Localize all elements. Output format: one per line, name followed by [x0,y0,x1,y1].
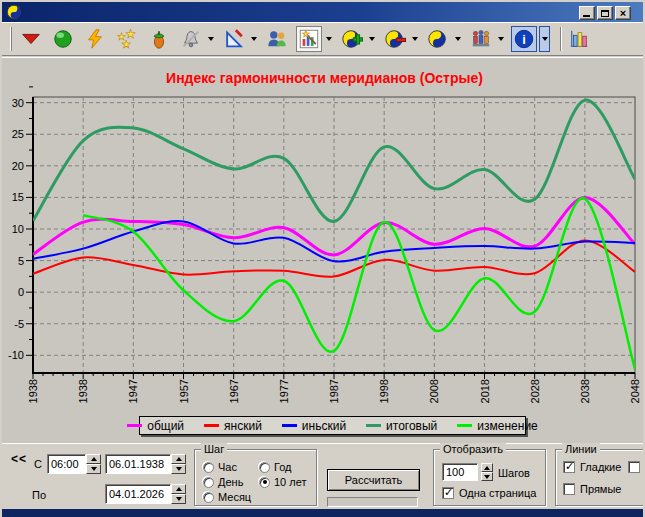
calculate-button[interactable]: Рассчитать [327,469,420,491]
toolbar-button-info-icon[interactable]: i [511,26,537,52]
radio-month[interactable]: Месяц [203,491,251,503]
toolbar-button-bar-chart-icon[interactable] [566,26,592,52]
svg-text:10: 10 [12,223,24,235]
toolbar-button-acorn-icon[interactable] [146,26,172,52]
svg-text:25: 25 [12,128,24,140]
dropdown-arrow-people-group-icon[interactable] [496,26,505,52]
dropdown-arrow-chart-wizard-icon[interactable] [324,26,333,52]
from-date-up-button[interactable] [171,454,186,464]
to-date-input[interactable]: 04.01.2026 [105,484,171,504]
app-window: × ★★★★i Индекс гармоничности меридианов … [0,0,645,517]
svg-text:i: i [522,32,526,47]
toolbar-button-people-group-icon[interactable] [468,26,494,52]
svg-text:-5: -5 [14,318,24,330]
legend-label: итоговый [386,419,437,433]
chart-canvas: 302520151050-5-1019381938194719571967197… [2,58,645,444]
one-page-checkbox[interactable]: Одна страница [442,487,536,499]
time-spinner[interactable]: 06:00 [47,454,101,474]
radio-day[interactable]: День [203,476,243,488]
svg-text:0: 0 [18,286,24,298]
legend-item: общий [127,419,184,433]
from-date-input[interactable]: 06.01.1938 [105,454,171,474]
svg-text:30: 30 [12,97,24,109]
toolbar-button-two-users-icon[interactable] [264,26,290,52]
time-up-button[interactable] [86,454,101,464]
radio-10-years[interactable]: 10 лет [259,476,307,488]
svg-text:1957: 1957 [178,379,190,403]
svg-text:2018: 2018 [479,379,491,403]
progress-bar [327,497,418,507]
svg-text:2048: 2048 [629,379,641,403]
display-group: Отобразить 100 Шагов Одна страница [433,449,546,506]
toolbar-button-set-square-icon[interactable] [221,26,247,52]
toolbar-button-yinyang-plus-icon[interactable] [339,26,365,52]
toolbar-button-red-triangle-down-icon[interactable] [18,26,44,52]
straight-lines-checkbox[interactable]: Прямые [563,483,621,495]
svg-text:5: 5 [18,255,24,267]
toolbar-button-chart-wizard-icon[interactable]: ★ [296,26,322,52]
steps-spinner[interactable]: 100 [442,463,493,481]
svg-text:15: 15 [12,191,24,203]
two-users-icon [266,28,288,50]
dropdown-arrow-yinyang-minus-icon[interactable] [410,26,419,52]
time-down-button[interactable] [86,464,101,474]
svg-text:1967: 1967 [228,379,240,403]
toolbar-button-stars-icon[interactable]: ★★★ [114,26,140,52]
dropdown-arrow-set-square-icon[interactable] [249,26,258,52]
dropdown-arrow-info-icon[interactable] [539,26,550,52]
steps-up-button[interactable] [481,463,493,472]
from-date-spinner[interactable]: 06.01.1938 [105,454,186,474]
yinyang-minus-icon [384,28,406,50]
rewind-button[interactable]: << [11,452,27,466]
toolbar-button-bell-icon[interactable] [178,26,204,52]
legend-swatch [127,424,142,427]
lightning-icon [84,28,106,50]
close-icon: × [620,8,626,18]
legend-item: янский [204,419,262,433]
from-date-down-button[interactable] [171,464,186,474]
acorn-icon [148,28,170,50]
legend-swatch [282,424,297,427]
steps-input[interactable]: 100 [442,463,478,481]
chevron-down-icon [369,37,375,41]
to-date-up-button[interactable] [171,484,186,494]
from-label: С [34,458,42,470]
legend-swatch [366,424,381,427]
steps-label: Шагов [498,467,530,479]
minimize-button[interactable] [579,6,595,20]
time-input[interactable]: 06:00 [47,454,86,474]
toolbar-button-green-sphere-icon[interactable] [50,26,76,52]
chevron-down-icon [326,37,332,41]
chevron-down-icon [498,37,504,41]
radio-year[interactable]: Год [259,461,292,473]
toolbar-button-yinyang-minus-icon[interactable] [382,26,408,52]
svg-text:2028: 2028 [529,379,541,403]
chart-wizard-icon: ★ [298,28,320,50]
svg-text:★: ★ [302,29,310,39]
chevron-down-icon [412,37,418,41]
to-date-spinner[interactable]: 04.01.2026 [105,484,186,504]
legend-label: иньский [302,419,346,433]
maximize-button[interactable] [597,6,613,20]
set-square-icon [223,28,245,50]
legend-item: изменение [457,419,537,433]
radio-hour[interactable]: Час [203,461,237,473]
dropdown-arrow-yinyang-icon[interactable] [453,26,462,52]
legend-item: итоговый [366,419,437,433]
toolbar-button-lightning-icon[interactable] [82,26,108,52]
dropdown-arrow-bell-icon[interactable] [206,26,215,52]
dropdown-arrow-yinyang-plus-icon[interactable] [367,26,376,52]
smooth-lines-checkbox[interactable]: Гладкие [563,461,621,473]
to-date-down-button[interactable] [171,494,186,504]
close-button[interactable]: × [615,6,631,20]
chevron-down-icon [251,37,257,41]
chevron-down-icon [455,37,461,41]
title-bar[interactable]: × [2,0,645,22]
legend-swatch [204,424,219,427]
toolbar-button-yinyang-icon[interactable] [425,26,451,52]
lines-group-title: Линии [562,443,600,455]
people-group-icon [470,28,492,50]
extra-checkbox[interactable] [628,461,645,473]
steps-down-button[interactable] [481,472,493,481]
stars-icon: ★★★ [116,28,138,50]
